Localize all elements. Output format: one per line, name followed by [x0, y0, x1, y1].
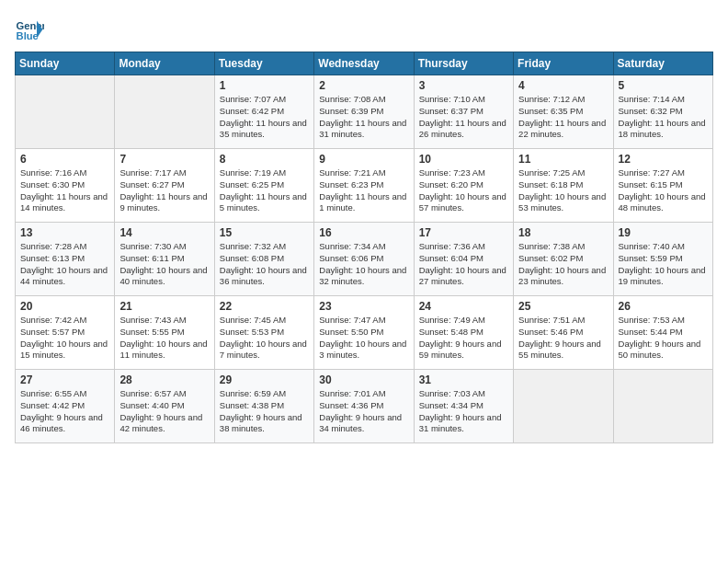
day-number: 25 [518, 300, 608, 313]
svg-text:Blue: Blue [17, 30, 39, 41]
day-content: Sunrise: 6:59 AM Sunset: 4:38 PM Dayligh… [220, 388, 309, 435]
calendar-cell: 3Sunrise: 7:10 AM Sunset: 6:37 PM Daylig… [414, 75, 513, 149]
day-content: Sunrise: 7:19 AM Sunset: 6:25 PM Dayligh… [220, 167, 309, 214]
day-content: Sunrise: 7:17 AM Sunset: 6:27 PM Dayligh… [119, 167, 209, 214]
column-header-saturday: Saturday [613, 52, 712, 75]
day-content: Sunrise: 7:14 AM Sunset: 6:32 PM Dayligh… [619, 94, 708, 141]
column-header-friday: Friday [514, 52, 613, 75]
day-content: Sunrise: 7:42 AM Sunset: 5:57 PM Dayligh… [20, 315, 109, 362]
calendar-cell: 8Sunrise: 7:19 AM Sunset: 6:25 PM Daylig… [214, 149, 313, 223]
page-header: General Blue [15, 15, 713, 44]
day-content: Sunrise: 7:01 AM Sunset: 4:36 PM Dayligh… [319, 388, 408, 435]
day-content: Sunrise: 7:32 AM Sunset: 6:08 PM Dayligh… [220, 241, 309, 288]
day-number: 2 [319, 79, 408, 92]
calendar-cell: 9Sunrise: 7:21 AM Sunset: 6:23 PM Daylig… [314, 149, 414, 223]
day-content: Sunrise: 7:40 AM Sunset: 5:59 PM Dayligh… [619, 241, 708, 288]
day-number: 1 [220, 79, 309, 92]
calendar-cell: 11Sunrise: 7:25 AM Sunset: 6:18 PM Dayli… [514, 149, 613, 223]
day-number: 5 [619, 79, 708, 92]
day-content: Sunrise: 7:51 AM Sunset: 5:46 PM Dayligh… [518, 315, 608, 362]
calendar-cell: 23Sunrise: 7:47 AM Sunset: 5:50 PM Dayli… [314, 296, 414, 370]
day-content: Sunrise: 7:49 AM Sunset: 5:48 PM Dayligh… [419, 315, 508, 362]
calendar-cell: 17Sunrise: 7:36 AM Sunset: 6:04 PM Dayli… [414, 223, 513, 296]
logo-icon: General Blue [15, 15, 44, 44]
calendar-cell: 6Sunrise: 7:16 AM Sunset: 6:30 PM Daylig… [16, 149, 115, 223]
calendar-cell: 4Sunrise: 7:12 AM Sunset: 6:35 PM Daylig… [514, 75, 613, 149]
logo: General Blue [15, 15, 44, 44]
day-number: 28 [119, 373, 209, 386]
calendar-cell: 21Sunrise: 7:43 AM Sunset: 5:55 PM Dayli… [115, 296, 214, 370]
day-number: 10 [419, 153, 508, 166]
day-number: 17 [419, 226, 508, 239]
day-content: Sunrise: 7:25 AM Sunset: 6:18 PM Dayligh… [518, 167, 608, 214]
day-number: 31 [419, 373, 508, 386]
calendar-cell: 20Sunrise: 7:42 AM Sunset: 5:57 PM Dayli… [16, 296, 115, 370]
day-number: 12 [619, 153, 708, 166]
calendar-cell: 31Sunrise: 7:03 AM Sunset: 4:34 PM Dayli… [414, 370, 513, 443]
day-number: 21 [119, 300, 209, 313]
day-number: 23 [319, 300, 408, 313]
day-content: Sunrise: 7:07 AM Sunset: 6:42 PM Dayligh… [220, 94, 309, 141]
calendar-cell: 27Sunrise: 6:55 AM Sunset: 4:42 PM Dayli… [16, 370, 115, 443]
day-content: Sunrise: 7:53 AM Sunset: 5:44 PM Dayligh… [619, 315, 708, 362]
day-number: 8 [220, 153, 309, 166]
day-content: Sunrise: 7:21 AM Sunset: 6:23 PM Dayligh… [319, 167, 408, 214]
day-number: 3 [419, 79, 508, 92]
calendar-cell: 14Sunrise: 7:30 AM Sunset: 6:11 PM Dayli… [115, 223, 214, 296]
day-number: 18 [518, 226, 608, 239]
day-content: Sunrise: 7:23 AM Sunset: 6:20 PM Dayligh… [419, 167, 508, 214]
day-number: 20 [20, 300, 109, 313]
calendar-table: SundayMondayTuesdayWednesdayThursdayFrid… [15, 52, 713, 443]
day-number: 27 [20, 373, 109, 386]
calendar-cell: 16Sunrise: 7:34 AM Sunset: 6:06 PM Dayli… [314, 223, 414, 296]
calendar-cell: 24Sunrise: 7:49 AM Sunset: 5:48 PM Dayli… [414, 296, 513, 370]
calendar-cell: 22Sunrise: 7:45 AM Sunset: 5:53 PM Dayli… [214, 296, 313, 370]
day-content: Sunrise: 7:03 AM Sunset: 4:34 PM Dayligh… [419, 388, 508, 435]
calendar-cell: 25Sunrise: 7:51 AM Sunset: 5:46 PM Dayli… [514, 296, 613, 370]
day-content: Sunrise: 7:45 AM Sunset: 5:53 PM Dayligh… [220, 315, 309, 362]
day-number: 6 [20, 153, 109, 166]
calendar-cell: 1Sunrise: 7:07 AM Sunset: 6:42 PM Daylig… [214, 75, 313, 149]
day-number: 9 [319, 153, 408, 166]
day-content: Sunrise: 6:55 AM Sunset: 4:42 PM Dayligh… [20, 388, 109, 435]
calendar-cell: 26Sunrise: 7:53 AM Sunset: 5:44 PM Dayli… [613, 296, 712, 370]
day-number: 4 [518, 79, 608, 92]
day-number: 13 [20, 226, 109, 239]
day-number: 16 [319, 226, 408, 239]
day-number: 19 [619, 226, 708, 239]
day-content: Sunrise: 7:43 AM Sunset: 5:55 PM Dayligh… [119, 315, 209, 362]
calendar-cell: 5Sunrise: 7:14 AM Sunset: 6:32 PM Daylig… [613, 75, 712, 149]
day-number: 7 [119, 153, 209, 166]
day-number: 14 [119, 226, 209, 239]
calendar-cell [514, 370, 613, 443]
column-header-wednesday: Wednesday [314, 52, 414, 75]
day-content: Sunrise: 7:47 AM Sunset: 5:50 PM Dayligh… [319, 315, 408, 362]
day-content: Sunrise: 7:08 AM Sunset: 6:39 PM Dayligh… [319, 94, 408, 141]
calendar-cell [16, 75, 115, 149]
day-content: Sunrise: 7:30 AM Sunset: 6:11 PM Dayligh… [119, 241, 209, 288]
calendar-cell: 19Sunrise: 7:40 AM Sunset: 5:59 PM Dayli… [613, 223, 712, 296]
calendar-cell: 18Sunrise: 7:38 AM Sunset: 6:02 PM Dayli… [514, 223, 613, 296]
day-content: Sunrise: 7:38 AM Sunset: 6:02 PM Dayligh… [518, 241, 608, 288]
day-number: 22 [220, 300, 309, 313]
day-content: Sunrise: 7:27 AM Sunset: 6:15 PM Dayligh… [619, 167, 708, 214]
calendar-cell: 30Sunrise: 7:01 AM Sunset: 4:36 PM Dayli… [314, 370, 414, 443]
day-content: Sunrise: 7:34 AM Sunset: 6:06 PM Dayligh… [319, 241, 408, 288]
day-number: 30 [319, 373, 408, 386]
day-number: 15 [220, 226, 309, 239]
calendar-cell: 28Sunrise: 6:57 AM Sunset: 4:40 PM Dayli… [115, 370, 214, 443]
calendar-cell: 29Sunrise: 6:59 AM Sunset: 4:38 PM Dayli… [214, 370, 313, 443]
day-number: 11 [518, 153, 608, 166]
column-header-thursday: Thursday [414, 52, 513, 75]
day-content: Sunrise: 7:10 AM Sunset: 6:37 PM Dayligh… [419, 94, 508, 141]
calendar-cell: 2Sunrise: 7:08 AM Sunset: 6:39 PM Daylig… [314, 75, 414, 149]
day-number: 26 [619, 300, 708, 313]
day-content: Sunrise: 7:36 AM Sunset: 6:04 PM Dayligh… [419, 241, 508, 288]
day-content: Sunrise: 7:28 AM Sunset: 6:13 PM Dayligh… [20, 241, 109, 288]
calendar-cell [115, 75, 214, 149]
day-content: Sunrise: 7:12 AM Sunset: 6:35 PM Dayligh… [518, 94, 608, 141]
day-number: 29 [220, 373, 309, 386]
calendar-cell [613, 370, 712, 443]
calendar-cell: 10Sunrise: 7:23 AM Sunset: 6:20 PM Dayli… [414, 149, 513, 223]
calendar-cell: 12Sunrise: 7:27 AM Sunset: 6:15 PM Dayli… [613, 149, 712, 223]
